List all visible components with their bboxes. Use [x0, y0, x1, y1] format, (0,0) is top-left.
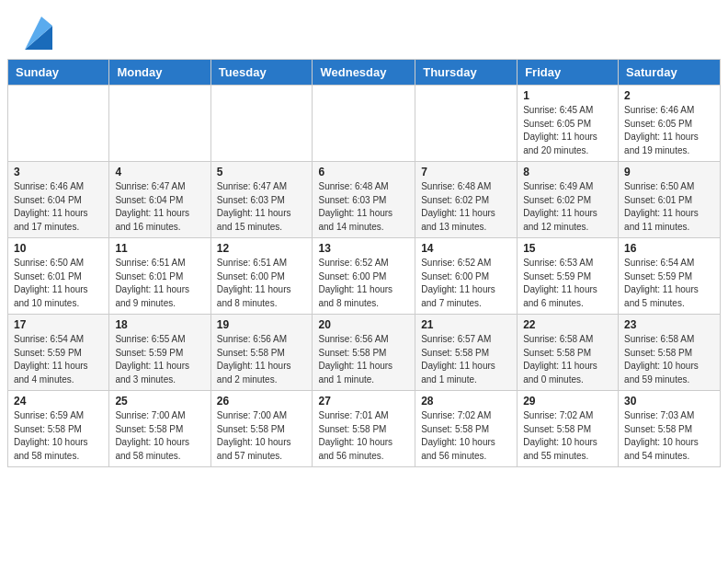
day-info: Sunrise: 6:51 AMSunset: 6:00 PMDaylight:…: [217, 257, 307, 310]
calendar-cell: 24Sunrise: 6:59 AMSunset: 5:58 PMDayligh…: [8, 391, 109, 467]
calendar-cell: 17Sunrise: 6:54 AMSunset: 5:59 PMDayligh…: [8, 315, 109, 391]
calendar-cell: [210, 86, 313, 162]
day-number: 20: [318, 318, 409, 331]
day-info: Sunrise: 6:54 AMSunset: 5:59 PMDaylight:…: [14, 333, 103, 386]
calendar-cell: 1Sunrise: 6:45 AMSunset: 6:05 PMDaylight…: [518, 86, 619, 162]
calendar-cell: 4Sunrise: 6:47 AMSunset: 6:04 PMDaylight…: [109, 162, 210, 238]
day-info: Sunrise: 6:57 AMSunset: 5:58 PMDaylight:…: [421, 333, 511, 386]
calendar-cell: 15Sunrise: 6:53 AMSunset: 5:59 PMDayligh…: [518, 238, 619, 315]
weekday-row: SundayMondayTuesdayWednesdayThursdayFrid…: [8, 60, 721, 86]
calendar-cell: 5Sunrise: 6:47 AMSunset: 6:03 PMDaylight…: [210, 162, 313, 238]
calendar-cell: [8, 86, 109, 162]
day-number: 29: [523, 395, 612, 408]
day-number: 5: [217, 166, 307, 178]
day-info: Sunrise: 6:46 AMSunset: 6:04 PMDaylight:…: [14, 180, 103, 234]
calendar-cell: 13Sunrise: 6:52 AMSunset: 6:00 PMDayligh…: [313, 238, 415, 315]
calendar-cell: 20Sunrise: 6:56 AMSunset: 5:58 PMDayligh…: [313, 315, 415, 391]
day-number: 27: [318, 395, 409, 408]
day-number: 18: [115, 318, 204, 331]
calendar-cell: 16Sunrise: 6:54 AMSunset: 5:59 PMDayligh…: [619, 238, 721, 315]
day-number: 13: [318, 242, 409, 255]
day-info: Sunrise: 6:53 AMSunset: 5:59 PMDaylight:…: [523, 257, 612, 310]
day-info: Sunrise: 7:00 AMSunset: 5:58 PMDaylight:…: [217, 409, 307, 463]
day-info: Sunrise: 6:58 AMSunset: 5:58 PMDaylight:…: [624, 333, 714, 386]
logo-icon: [25, 17, 52, 50]
day-number: 7: [421, 166, 511, 178]
calendar-cell: 7Sunrise: 6:48 AMSunset: 6:02 PMDaylight…: [415, 162, 518, 238]
weekday-header: Sunday: [8, 60, 109, 86]
weekday-header: Thursday: [415, 60, 518, 86]
calendar-body: 1Sunrise: 6:45 AMSunset: 6:05 PMDaylight…: [8, 86, 721, 467]
day-info: Sunrise: 6:49 AMSunset: 6:02 PMDaylight:…: [523, 180, 612, 234]
calendar-cell: 14Sunrise: 6:52 AMSunset: 6:00 PMDayligh…: [415, 238, 518, 315]
day-info: Sunrise: 6:51 AMSunset: 6:01 PMDaylight:…: [115, 257, 204, 310]
day-number: 21: [421, 318, 511, 331]
calendar-table: SundayMondayTuesdayWednesdayThursdayFrid…: [7, 59, 721, 467]
calendar-cell: 18Sunrise: 6:55 AMSunset: 5:59 PMDayligh…: [109, 315, 210, 391]
day-number: 6: [318, 166, 409, 178]
day-info: Sunrise: 7:02 AMSunset: 5:58 PMDaylight:…: [421, 409, 511, 463]
day-info: Sunrise: 6:47 AMSunset: 6:03 PMDaylight:…: [217, 180, 307, 234]
weekday-header: Monday: [109, 60, 210, 86]
calendar-week-row: 1Sunrise: 6:45 AMSunset: 6:05 PMDaylight…: [8, 86, 721, 162]
day-info: Sunrise: 7:02 AMSunset: 5:58 PMDaylight:…: [523, 409, 612, 463]
day-number: 22: [523, 318, 612, 331]
calendar-cell: 12Sunrise: 6:51 AMSunset: 6:00 PMDayligh…: [210, 238, 313, 315]
day-number: 15: [523, 242, 612, 255]
weekday-header: Tuesday: [210, 60, 313, 86]
calendar-cell: 6Sunrise: 6:48 AMSunset: 6:03 PMDaylight…: [313, 162, 415, 238]
day-info: Sunrise: 6:56 AMSunset: 5:58 PMDaylight:…: [217, 333, 307, 386]
day-info: Sunrise: 6:52 AMSunset: 6:00 PMDaylight:…: [421, 257, 511, 310]
day-number: 1: [523, 89, 612, 102]
calendar-cell: [313, 86, 415, 162]
day-number: 23: [624, 318, 714, 331]
day-info: Sunrise: 6:47 AMSunset: 6:04 PMDaylight:…: [115, 180, 204, 234]
logo: [22, 17, 52, 50]
calendar-cell: 30Sunrise: 7:03 AMSunset: 5:58 PMDayligh…: [619, 391, 721, 467]
day-number: 25: [115, 395, 204, 408]
calendar-week-row: 17Sunrise: 6:54 AMSunset: 5:59 PMDayligh…: [8, 315, 721, 391]
day-number: 11: [115, 242, 204, 255]
day-number: 2: [624, 89, 714, 102]
day-number: 4: [115, 166, 204, 178]
day-info: Sunrise: 6:59 AMSunset: 5:58 PMDaylight:…: [14, 409, 103, 463]
weekday-header: Friday: [518, 60, 619, 86]
day-number: 28: [421, 395, 511, 408]
calendar-cell: 23Sunrise: 6:58 AMSunset: 5:58 PMDayligh…: [619, 315, 721, 391]
day-number: 10: [14, 242, 103, 255]
day-info: Sunrise: 7:00 AMSunset: 5:58 PMDaylight:…: [115, 409, 204, 463]
calendar-cell: 28Sunrise: 7:02 AMSunset: 5:58 PMDayligh…: [415, 391, 518, 467]
day-info: Sunrise: 6:54 AMSunset: 5:59 PMDaylight:…: [624, 257, 714, 310]
day-number: 24: [14, 395, 103, 408]
calendar-cell: 21Sunrise: 6:57 AMSunset: 5:58 PMDayligh…: [415, 315, 518, 391]
calendar-cell: 26Sunrise: 7:00 AMSunset: 5:58 PMDayligh…: [210, 391, 313, 467]
day-number: 8: [523, 166, 612, 178]
day-number: 12: [217, 242, 307, 255]
calendar-week-row: 10Sunrise: 6:50 AMSunset: 6:01 PMDayligh…: [8, 238, 721, 315]
calendar-week-row: 24Sunrise: 6:59 AMSunset: 5:58 PMDayligh…: [8, 391, 721, 467]
calendar-cell: 25Sunrise: 7:00 AMSunset: 5:58 PMDayligh…: [109, 391, 210, 467]
day-info: Sunrise: 7:01 AMSunset: 5:58 PMDaylight:…: [318, 409, 409, 463]
calendar-cell: 10Sunrise: 6:50 AMSunset: 6:01 PMDayligh…: [8, 238, 109, 315]
day-number: 30: [624, 395, 714, 408]
day-info: Sunrise: 6:48 AMSunset: 6:03 PMDaylight:…: [318, 180, 409, 234]
day-info: Sunrise: 6:52 AMSunset: 6:00 PMDaylight:…: [318, 257, 409, 310]
day-info: Sunrise: 6:46 AMSunset: 6:05 PMDaylight:…: [624, 104, 714, 157]
day-number: 16: [624, 242, 714, 255]
calendar-cell: [415, 86, 518, 162]
day-number: 9: [624, 166, 714, 178]
calendar-cell: 27Sunrise: 7:01 AMSunset: 5:58 PMDayligh…: [313, 391, 415, 467]
day-number: 19: [217, 318, 307, 331]
day-number: 17: [14, 318, 103, 331]
day-info: Sunrise: 6:50 AMSunset: 6:01 PMDaylight:…: [14, 257, 103, 310]
weekday-header: Saturday: [619, 60, 721, 86]
calendar-cell: [109, 86, 210, 162]
day-info: Sunrise: 6:55 AMSunset: 5:59 PMDaylight:…: [115, 333, 204, 386]
day-info: Sunrise: 6:45 AMSunset: 6:05 PMDaylight:…: [523, 104, 612, 157]
day-number: 26: [217, 395, 307, 408]
calendar-cell: 29Sunrise: 7:02 AMSunset: 5:58 PMDayligh…: [518, 391, 619, 467]
day-number: 3: [14, 166, 103, 178]
calendar-cell: 22Sunrise: 6:58 AMSunset: 5:58 PMDayligh…: [518, 315, 619, 391]
day-info: Sunrise: 6:56 AMSunset: 5:58 PMDaylight:…: [318, 333, 409, 386]
calendar-week-row: 3Sunrise: 6:46 AMSunset: 6:04 PMDaylight…: [8, 162, 721, 238]
